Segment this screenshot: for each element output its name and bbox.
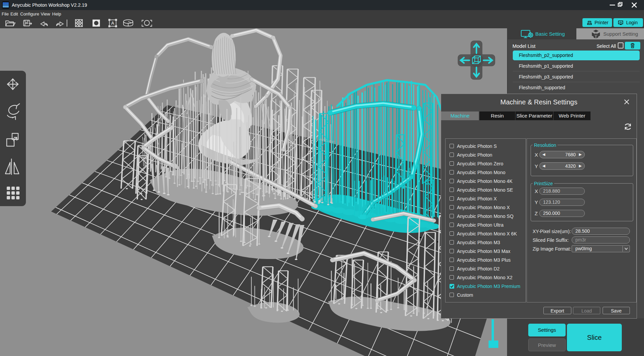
svg-text:A: A bbox=[111, 21, 114, 26]
